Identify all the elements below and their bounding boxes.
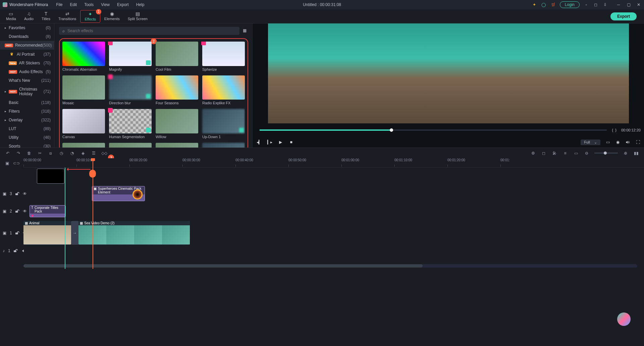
minimize-icon[interactable]: ─ bbox=[616, 2, 621, 7]
download-icon[interactable] bbox=[146, 128, 151, 132]
crop-icon[interactable]: ⧈ bbox=[48, 150, 54, 156]
track-2[interactable]: ▣ 2 🔓︎ 👁︎ TCorporate Titles Pack ◆ bbox=[23, 203, 644, 220]
eye-icon[interactable]: 👁︎ bbox=[23, 191, 27, 196]
cut-icon[interactable]: ✂︎ bbox=[37, 150, 43, 156]
tab-split-screen[interactable]: ▤Split Screen bbox=[124, 10, 152, 23]
track-audio-1[interactable]: ♪ 1 🔓︎ 🔈︎ bbox=[23, 246, 644, 255]
effect-canvas[interactable]: Canvas bbox=[62, 109, 105, 139]
keyframe-icon[interactable]: ◇◇ bbox=[101, 150, 107, 156]
mic-icon[interactable]: 🎤︎ bbox=[551, 150, 557, 156]
mixer-icon[interactable]: ≡ bbox=[562, 150, 568, 156]
animal-clip[interactable]: ▦Animal bbox=[23, 221, 71, 245]
search-box[interactable]: ⌕ bbox=[59, 27, 239, 35]
redo-icon[interactable]: ↷ bbox=[15, 150, 21, 156]
speed-icon[interactable]: ◷ bbox=[58, 150, 64, 156]
titles-clip[interactable]: TCorporate Titles Pack ◆ bbox=[30, 205, 66, 217]
sidebar-item-favorites[interactable]: ▸Favorites(0) bbox=[0, 23, 54, 32]
effect-up-down--[interactable]: Up-Down 1 bbox=[202, 109, 245, 139]
tab-titles[interactable]: TTitles bbox=[38, 10, 54, 23]
zoom-thumb[interactable] bbox=[604, 152, 607, 155]
sidebar-item-audio-effects[interactable]: HOTAudio Effects(5) bbox=[0, 67, 54, 76]
track-1-video[interactable]: ▣ 1 🔓︎ 👁︎ ▦Animal → ▦Sea Video Demo (2) bbox=[23, 220, 644, 246]
sidebar-item-basic[interactable]: Basic(118) bbox=[0, 98, 54, 107]
zoom-out-icon[interactable]: ⊖ bbox=[584, 150, 590, 156]
black-clip[interactable] bbox=[37, 169, 64, 184]
tab-transitions[interactable]: ⇄Transitions bbox=[54, 10, 80, 23]
sidebar-item-downloads[interactable]: Downloads(8) bbox=[0, 32, 54, 41]
lock-icon[interactable]: 🔓︎ bbox=[14, 248, 18, 253]
download-icon[interactable] bbox=[239, 128, 244, 132]
snapshot-icon[interactable]: ◉ bbox=[615, 139, 621, 145]
export-button[interactable]: Export bbox=[610, 12, 637, 20]
tab-elements[interactable]: ◉Elements bbox=[100, 10, 124, 23]
zoom-slider[interactable] bbox=[594, 153, 618, 154]
mute-icon[interactable]: 🔈︎ bbox=[21, 248, 25, 253]
marker-line[interactable] bbox=[65, 168, 65, 269]
undo-icon[interactable]: ↶ bbox=[5, 150, 11, 156]
lock-icon[interactable]: 🔓︎ bbox=[15, 231, 19, 235]
eye-icon[interactable]: 👁︎ bbox=[23, 209, 27, 214]
horizontal-scrollbar[interactable] bbox=[23, 264, 637, 268]
magnet-icon[interactable]: ⊂⊃ bbox=[13, 160, 19, 166]
track-3[interactable]: ▣ 3 🔓︎ 👁︎ ▣Superheroes Cinematic Pack El… bbox=[23, 185, 644, 203]
effect-magnify[interactable]: Magnify bbox=[109, 42, 152, 71]
sidebar-item-sports[interactable]: Sports(30) bbox=[0, 142, 54, 148]
menu-edit[interactable]: Edit bbox=[67, 1, 80, 8]
tab-media[interactable]: ▭Media bbox=[2, 10, 20, 23]
sidebar-item-christmas-holiday[interactable]: ▸HOTChristmas Holiday(71) bbox=[0, 85, 54, 98]
progress-bar[interactable] bbox=[260, 129, 607, 131]
search-input[interactable] bbox=[67, 28, 236, 33]
effect-cool-film[interactable]: Cool Film bbox=[156, 42, 198, 71]
zoom-in-icon[interactable]: ⊕ bbox=[623, 150, 629, 156]
delete-icon[interactable]: 🗑︎ bbox=[26, 150, 32, 156]
sidebar-item-recommended[interactable]: HOTRecommended(500) bbox=[0, 41, 54, 50]
next-frame-icon[interactable]: ▎▸ bbox=[267, 139, 272, 145]
elements-clip[interactable]: ▣Superheroes Cinematic Pack Element bbox=[92, 186, 145, 201]
clock-icon[interactable]: ◔ bbox=[69, 150, 75, 156]
effect-spherize[interactable]: Spherize bbox=[202, 42, 245, 71]
save-icon[interactable]: ▫ bbox=[584, 2, 589, 7]
timeline-ruler[interactable]: 00:00:00:0000:00:10:0000:00:20:0000:00:3… bbox=[23, 158, 644, 168]
sidebar-item-filters[interactable]: ▸Filters(316) bbox=[0, 107, 54, 116]
bracket-right[interactable]: } bbox=[615, 128, 616, 132]
sea-clip[interactable]: ▦Sea Video Demo (2) bbox=[78, 221, 190, 245]
color-icon[interactable]: ◈ bbox=[80, 150, 86, 156]
menu-file[interactable]: File bbox=[53, 1, 66, 8]
scrollbar-thumb[interactable] bbox=[23, 264, 423, 268]
download-icon[interactable] bbox=[146, 94, 151, 99]
grid-view-icon[interactable]: ▦ bbox=[243, 28, 248, 34]
timeline-options-icon[interactable]: ▣ bbox=[4, 160, 10, 166]
transition-clip[interactable]: → bbox=[71, 221, 78, 245]
split-handle-icon[interactable] bbox=[89, 170, 96, 178]
preview-video[interactable] bbox=[268, 23, 629, 123]
effect-four-seasons[interactable]: Four Seasons bbox=[156, 75, 198, 105]
effect-willow[interactable]: Willow bbox=[156, 109, 198, 139]
effect-direction-blur[interactable]: Direction blur bbox=[109, 75, 152, 105]
bracket-left[interactable]: { bbox=[612, 128, 613, 132]
sidebar-item-what-s-new[interactable]: What's New(211) bbox=[0, 76, 54, 85]
gear-icon[interactable]: ⚙︎ bbox=[530, 150, 536, 156]
play-icon[interactable]: ▶ bbox=[278, 139, 283, 145]
stop-icon[interactable]: ■ bbox=[288, 139, 294, 145]
progress-thumb[interactable] bbox=[390, 128, 393, 132]
quality-select[interactable]: Full ⌄ bbox=[581, 139, 600, 145]
menu-tools[interactable]: Tools bbox=[81, 1, 97, 8]
render-icon[interactable]: ▭ bbox=[573, 150, 579, 156]
cart-icon[interactable]: 🛒︎ bbox=[550, 2, 556, 7]
lock-icon[interactable]: 🔓︎ bbox=[15, 191, 19, 196]
marker-icon[interactable]: ◻ bbox=[541, 150, 547, 156]
prev-frame-icon[interactable]: ◂▎ bbox=[256, 139, 262, 145]
login-button[interactable]: Login bbox=[560, 1, 580, 8]
download-icon[interactable] bbox=[146, 60, 151, 65]
effect-chromatic-aberration[interactable]: Chromatic Aberration bbox=[62, 42, 105, 71]
sparkle-icon[interactable]: ✦ bbox=[532, 2, 537, 7]
sidebar-item-lut[interactable]: LUT(89) bbox=[0, 124, 54, 133]
adjust-icon[interactable]: ☰ bbox=[91, 150, 97, 156]
screen-icon[interactable]: ▭ bbox=[605, 139, 610, 145]
tab-effects[interactable]: ✦Effects1 bbox=[80, 10, 100, 23]
download-icon[interactable]: ⇩ bbox=[602, 2, 608, 7]
menu-help[interactable]: Help bbox=[133, 1, 148, 8]
menu-view[interactable]: View bbox=[98, 1, 113, 8]
effect-human-segmentation[interactable]: Human Segmentation bbox=[109, 109, 152, 139]
fullscreen-icon[interactable]: ⛶ bbox=[635, 139, 641, 145]
